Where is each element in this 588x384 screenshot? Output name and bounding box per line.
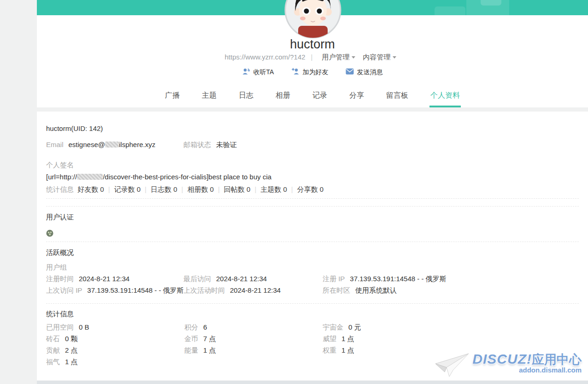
tab-broadcast[interactable]: 广播 (164, 89, 181, 106)
stats-summary-label: 统计信息 (46, 185, 74, 193)
prestige-field: 威望1 点 (323, 334, 579, 343)
message-icon (346, 68, 354, 76)
usergroup-label: 用户组 (46, 263, 579, 272)
tab-records[interactable]: 记录 (312, 89, 328, 106)
follow-button[interactable]: 收听TA (242, 68, 274, 77)
bottom-strip (37, 381, 588, 384)
redacted-blur (105, 142, 119, 148)
watermark-text: DISCUZ!应用中心 addon.dismall.com (472, 352, 582, 374)
statistics-title: 统计信息 (46, 309, 579, 319)
email-label: Email (46, 140, 64, 149)
last-activity-field: 上次活动时间2024-8-21 12:34 (183, 286, 323, 295)
email-value: estignese@ilsphere.xyz (69, 140, 156, 149)
tab-shares[interactable]: 分享 (348, 89, 365, 106)
watermark-brand: DISCUZ!应用中心 (472, 351, 582, 366)
credits-field: 积分6 (184, 323, 323, 332)
timezone-field: 所在时区使用系统默认 (323, 286, 579, 295)
tab-albums[interactable]: 相册 (275, 89, 291, 106)
last-visit-ip-field: 上次访问 IP37.139.53.191:14548 - - 俄罗斯 (46, 286, 183, 295)
email-row: Email estignese@ilsphere.xyz 邮箱状态 未验证 (46, 140, 579, 149)
verification-badge-icon (46, 230, 579, 237)
menu-user-admin[interactable]: 用户管理 (322, 53, 355, 61)
menu-content-admin[interactable]: 内容管理 (363, 53, 396, 61)
reg-ip-field: 注册 IP37.139.53.191:14548 - - 俄罗斯 (323, 274, 579, 284)
uid-line: huctorm(UID: 142) (46, 112, 579, 133)
email-status-field: 邮箱状态 未验证 (183, 140, 237, 149)
tab-profile[interactable]: 个人资料 (429, 89, 461, 107)
signature-label: 个人签名 (46, 160, 579, 170)
paper-plane-icon (434, 352, 470, 380)
caret-down-icon (352, 56, 355, 59)
stat-blogs: 日志数 0 (151, 185, 177, 193)
add-friend-icon (291, 68, 300, 77)
redacted-blur (77, 174, 103, 180)
discuz-watermark: DISCUZ!应用中心 addon.dismall.com (434, 352, 582, 380)
luck-field: 福气1 点 (46, 357, 184, 366)
stats-summary-line: 统计信息 好友数 0|记录数 0|日志数 0|相册数 0|回帖数 0|主题数 0… (46, 185, 579, 194)
profile-url-line: https://www.yzrr.com/?142|用户管理内容管理 (37, 53, 588, 62)
last-visit-field: 最后访问2024-8-21 12:34 (183, 274, 323, 284)
tab-threads[interactable]: 主题 (201, 89, 218, 106)
profile-actions: 收听TA 加为好友 发送消息 (37, 68, 588, 77)
signature-text: [url=http:///discover-the-best-prices-fo… (46, 172, 579, 182)
send-message-button[interactable]: 发送消息 (346, 68, 382, 77)
add-friend-button[interactable]: 加为好友 (291, 68, 328, 77)
watermark-domain: addon.dismall.com (519, 366, 582, 374)
cosmic-gold-field: 宇宙金0 元 (323, 323, 579, 332)
listen-icon (242, 68, 251, 77)
profile-tabs: 广播 主题 日志 相册 记录 分享 留言板 个人资料 (37, 89, 588, 107)
divider: | (311, 53, 313, 61)
energy-field: 能量1 点 (184, 346, 323, 355)
section-divider (46, 242, 579, 242)
reg-time-field: 注册时间2024-8-21 12:34 (46, 274, 183, 284)
gold-coin-field: 金币7 点 (184, 334, 323, 343)
tab-wall[interactable]: 留言板 (385, 89, 409, 106)
verification-title: 用户认证 (46, 213, 579, 222)
email-status-label: 邮箱状态 (183, 140, 211, 149)
used-space-field: 已用空间0 B (46, 323, 184, 332)
banner-decor-block (481, 0, 501, 6)
tab-blog[interactable]: 日志 (238, 89, 254, 106)
profile-url-link[interactable]: https://www.yzrr.com/?142 (225, 53, 306, 61)
page-title-username: huctorm (37, 37, 588, 52)
contribution-field: 贡献2 点 (46, 346, 184, 355)
stat-albums: 相册数 0 (187, 185, 214, 193)
profile-header: huctorm https://www.yzrr.com/?142|用户管理内容… (37, 15, 588, 107)
section-divider (46, 303, 579, 304)
banner-decor-block (435, 6, 465, 15)
profile-content: huctorm(UID: 142) Email estignese@ilsphe… (37, 112, 588, 380)
activity-grid: 注册时间2024-8-21 12:34 最后访问2024-8-21 12:34 … (46, 274, 579, 295)
empty-section (46, 199, 579, 207)
stat-friends: 好友数 0 (77, 185, 104, 193)
email-status-value: 未验证 (216, 140, 237, 149)
avatar (284, 0, 341, 39)
stat-records: 记录数 0 (114, 185, 141, 193)
caret-down-icon (393, 56, 396, 59)
stat-shares: 分享数 0 (297, 185, 324, 193)
activity-title: 活跃概况 (46, 248, 579, 257)
stat-replies: 回帖数 0 (224, 185, 251, 193)
stat-threads: 主题数 0 (260, 185, 287, 193)
diamond-field: 砖石0 颗 (46, 334, 184, 343)
email-field: Email estignese@ilsphere.xyz (46, 140, 183, 149)
